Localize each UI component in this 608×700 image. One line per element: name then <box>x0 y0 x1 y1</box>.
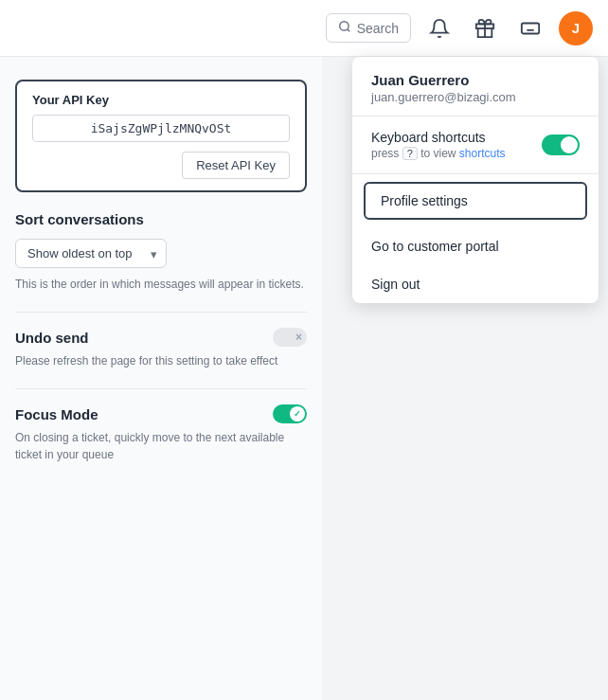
sort-conversations-select[interactable]: Show oldest on top <box>15 239 167 268</box>
undo-send-title: Undo send <box>15 330 89 346</box>
divider-1 <box>15 312 307 313</box>
go-to-portal-item[interactable]: Go to customer portal <box>352 227 599 265</box>
notifications-icon[interactable] <box>422 11 456 45</box>
keyboard-shortcuts-label: Keyboard shortcuts <box>371 130 506 145</box>
undo-send-row: Undo send <box>15 328 307 347</box>
focus-mode-row: Focus Mode <box>15 404 307 423</box>
focus-mode-section: Focus Mode On closing a ticket, quickly … <box>15 404 307 463</box>
undo-send-section: Undo send Please refresh the page for th… <box>15 328 307 369</box>
reset-api-key-button[interactable]: Reset API Key <box>182 152 290 179</box>
keyboard-shortcuts-toggle[interactable] <box>542 135 580 155</box>
settings-content: Your API Key iSajsZgWPjlzMNQvOSt Reset A… <box>0 57 322 505</box>
keyboard-shortcuts-row: Keyboard shortcuts press ? to view short… <box>352 117 599 174</box>
keyboard-shortcuts-subtext: press ? to view shortcuts <box>371 147 506 160</box>
user-dropdown-menu: Juan Guerrero juan.guerrero@bizagi.com K… <box>352 57 599 303</box>
svg-rect-4 <box>522 23 539 33</box>
search-bar[interactable]: Search <box>326 13 411 43</box>
divider-2 <box>15 388 307 389</box>
toggle-knob <box>290 406 305 422</box>
undo-send-desc: Please refresh the page for this setting… <box>15 352 307 369</box>
keyboard-shortcuts-toggle-knob <box>561 136 578 153</box>
keyboard-shortcuts-info: Keyboard shortcuts press ? to view short… <box>371 130 506 160</box>
search-icon <box>338 20 351 36</box>
search-label: Search <box>357 21 399 36</box>
sort-conversations-desc: This is the order in which messages will… <box>15 276 307 293</box>
api-key-label: Your API Key <box>32 93 290 107</box>
sort-conversations-title: Sort conversations <box>15 211 307 227</box>
api-key-section: Your API Key iSajsZgWPjlzMNQvOSt Reset A… <box>15 80 307 192</box>
profile-settings-item[interactable]: Profile settings <box>364 182 587 220</box>
sort-conversations-section: Sort conversations Show oldest on top Th… <box>15 211 307 293</box>
dropdown-username: Juan Guerrero <box>371 72 580 88</box>
sort-select-wrapper[interactable]: Show oldest on top <box>15 239 167 268</box>
shortcuts-to-view: to view <box>420 147 456 160</box>
user-avatar-button[interactable]: J <box>559 11 593 45</box>
keyboard-icon[interactable] <box>513 11 547 45</box>
header: Search J <box>0 0 608 57</box>
dropdown-email: juan.guerrero@bizagi.com <box>371 90 580 104</box>
svg-line-1 <box>347 29 349 32</box>
gift-icon[interactable] <box>468 11 502 45</box>
dropdown-user-info: Juan Guerrero juan.guerrero@bizagi.com <box>352 57 599 117</box>
undo-send-toggle[interactable] <box>273 328 307 347</box>
sign-out-item[interactable]: Sign out <box>352 265 599 303</box>
focus-mode-desc: On closing a ticket, quickly move to the… <box>15 429 307 463</box>
focus-mode-title: Focus Mode <box>15 406 98 422</box>
svg-point-0 <box>339 22 348 30</box>
shortcuts-link[interactable]: shortcuts <box>459 147 506 160</box>
shortcuts-key: ? <box>402 147 418 160</box>
api-key-value: iSajsZgWPjlzMNQvOSt <box>32 115 290 142</box>
shortcuts-press-text: press <box>371 147 399 160</box>
focus-mode-toggle[interactable] <box>273 404 307 423</box>
